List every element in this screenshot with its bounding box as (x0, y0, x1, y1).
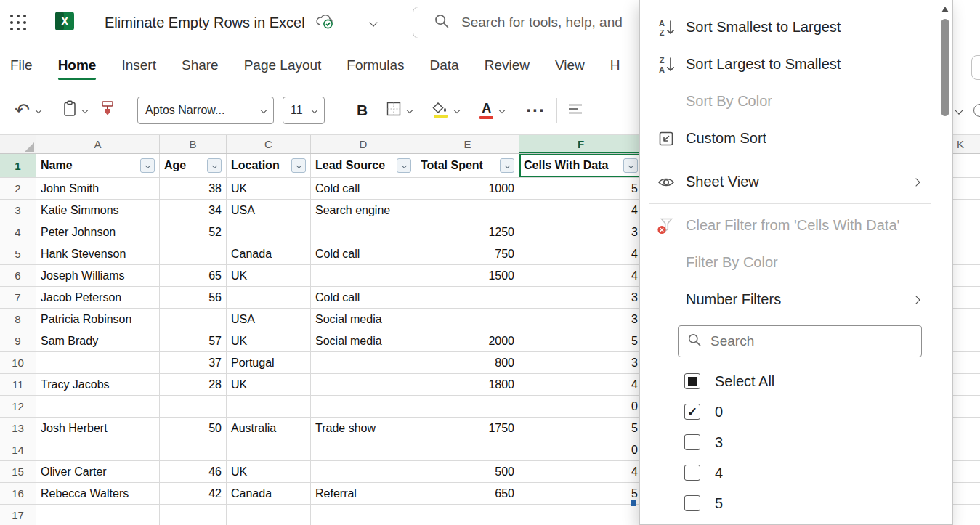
cell-b9[interactable]: 57 (160, 330, 227, 351)
cell-a2[interactable]: John Smith (36, 178, 160, 199)
cell-f4[interactable]: 3 (519, 221, 643, 243)
ribbon-right-button-fragment[interactable] (971, 55, 980, 80)
cell-b17[interactable] (160, 505, 227, 525)
filter-value-3[interactable]: 3 (640, 427, 952, 457)
menu-item-sort-largest-to-smallest[interactable]: ZASort Largest to Smallest (640, 46, 952, 83)
checkbox-unchecked-icon[interactable] (684, 465, 700, 481)
far-cell[interactable] (953, 287, 980, 309)
row-number-11[interactable]: 11 (0, 374, 36, 395)
cell-e17[interactable] (416, 505, 519, 525)
header-cell-location[interactable]: Location (227, 154, 311, 177)
cell-e14[interactable] (416, 439, 519, 460)
row-number-6[interactable]: 6 (0, 265, 36, 286)
cell-e7[interactable] (416, 287, 519, 308)
cell-d12[interactable] (311, 396, 416, 417)
cell-e3[interactable] (416, 200, 519, 221)
cell-f5[interactable]: 4 (519, 243, 643, 264)
far-cell[interactable] (953, 418, 980, 439)
filter-value-select-all[interactable]: Select All (640, 366, 952, 396)
menu-item-custom-sort[interactable]: Custom Sort (640, 120, 952, 157)
header-cell-cells-with-data[interactable]: Cells With Data (519, 154, 643, 177)
cell-b4[interactable]: 52 (160, 221, 227, 243)
cell-e11[interactable]: 1800 (416, 374, 519, 395)
far-cell[interactable] (953, 200, 980, 221)
tab-file[interactable]: File (10, 57, 33, 73)
cell-a14[interactable] (36, 439, 160, 460)
checkbox-unchecked-icon[interactable] (684, 434, 700, 450)
cell-b11[interactable]: 28 (160, 374, 227, 395)
cell-c16[interactable]: Canada (227, 483, 311, 504)
filter-button-cells-with-data[interactable] (623, 158, 638, 173)
cell-d2[interactable]: Cold call (311, 178, 416, 199)
row-number-15[interactable]: 15 (0, 461, 36, 482)
fill-color-chevron-icon[interactable] (454, 107, 460, 113)
tab-review[interactable]: Review (485, 57, 530, 73)
cell-f10[interactable]: 3 (519, 352, 643, 373)
tab-insert[interactable]: Insert (121, 57, 156, 73)
cell-c11[interactable]: UK (227, 374, 311, 395)
tab-view[interactable]: View (555, 57, 585, 73)
row-number-2[interactable]: 2 (0, 178, 36, 199)
cell-a3[interactable]: Katie Simmons (36, 200, 160, 221)
cell-f12[interactable]: 0 (519, 396, 643, 417)
cell-a17[interactable] (36, 505, 160, 525)
scrollbar-up-arrow-icon[interactable] (941, 7, 949, 12)
tab-home[interactable]: Home (58, 57, 97, 73)
cell-c7[interactable] (227, 287, 311, 308)
cell-a6[interactable]: Joseph Williams (36, 265, 160, 286)
row-number-7[interactable]: 7 (0, 287, 36, 308)
far-cell[interactable] (953, 439, 980, 461)
selection-fill-handle[interactable] (631, 500, 636, 506)
column-header-k[interactable]: K (953, 135, 980, 154)
cell-a10[interactable] (36, 352, 160, 373)
cell-f8[interactable]: 3 (519, 309, 643, 330)
row-number-3[interactable]: 3 (0, 200, 36, 221)
cell-d14[interactable] (311, 439, 416, 460)
cell-e2[interactable]: 1000 (416, 178, 519, 199)
cell-e8[interactable] (416, 309, 519, 330)
cell-e10[interactable]: 800 (416, 352, 519, 373)
column-header-e[interactable]: E (416, 135, 519, 153)
cell-d13[interactable]: Trade show (311, 418, 416, 439)
cell-a12[interactable] (36, 396, 160, 417)
cell-d9[interactable]: Social media (311, 330, 416, 351)
far-cell[interactable] (953, 483, 980, 505)
cell-e4[interactable]: 1250 (416, 221, 519, 243)
select-all-corner[interactable] (0, 135, 36, 153)
far-cell[interactable] (953, 461, 980, 483)
title-dropdown-chevron-icon[interactable] (369, 18, 377, 26)
cell-b5[interactable] (160, 243, 227, 264)
row-number-10[interactable]: 10 (0, 352, 36, 373)
saved-status-icon[interactable] (315, 12, 334, 33)
tab-h[interactable]: H (610, 57, 620, 73)
cell-b16[interactable]: 42 (160, 483, 227, 504)
alignment-button[interactable] (568, 103, 583, 118)
cell-c15[interactable]: UK (227, 461, 311, 482)
cell-e12[interactable] (416, 396, 519, 417)
header-cell-age[interactable]: Age (160, 154, 227, 177)
scrollbar-thumb[interactable] (941, 19, 949, 116)
checkbox-checked-icon[interactable]: ✓ (684, 404, 700, 420)
header-cell-lead-source[interactable]: Lead Source (311, 154, 416, 177)
header-cell-total-spent[interactable]: Total Spent (416, 154, 519, 177)
checkbox-indeterminate-icon[interactable] (684, 373, 700, 389)
cell-c14[interactable] (227, 439, 311, 460)
borders-chevron-icon[interactable] (407, 107, 413, 113)
font-color-button[interactable]: A (479, 102, 504, 119)
column-header-c[interactable]: C (227, 135, 311, 153)
cell-d7[interactable]: Cold call (311, 287, 416, 308)
more-commands-button[interactable]: ··· (526, 100, 546, 121)
cell-a13[interactable]: Josh Herbert (36, 418, 160, 439)
cell-d5[interactable]: Cold call (311, 243, 416, 264)
cell-a11[interactable]: Tracy Jacobs (36, 374, 160, 395)
cell-f7[interactable]: 3 (519, 287, 643, 308)
cell-f6[interactable]: 4 (519, 265, 643, 286)
cell-d11[interactable] (311, 374, 416, 395)
filter-value-0[interactable]: ✓0 (640, 396, 952, 427)
tab-page-layout[interactable]: Page Layout (244, 57, 322, 73)
filter-button-lead-source[interactable] (397, 158, 411, 173)
cell-d6[interactable] (311, 265, 416, 286)
far-cell[interactable] (953, 396, 980, 418)
cell-a5[interactable]: Hank Stevenson (36, 243, 160, 264)
row-number-12[interactable]: 12 (0, 396, 36, 417)
